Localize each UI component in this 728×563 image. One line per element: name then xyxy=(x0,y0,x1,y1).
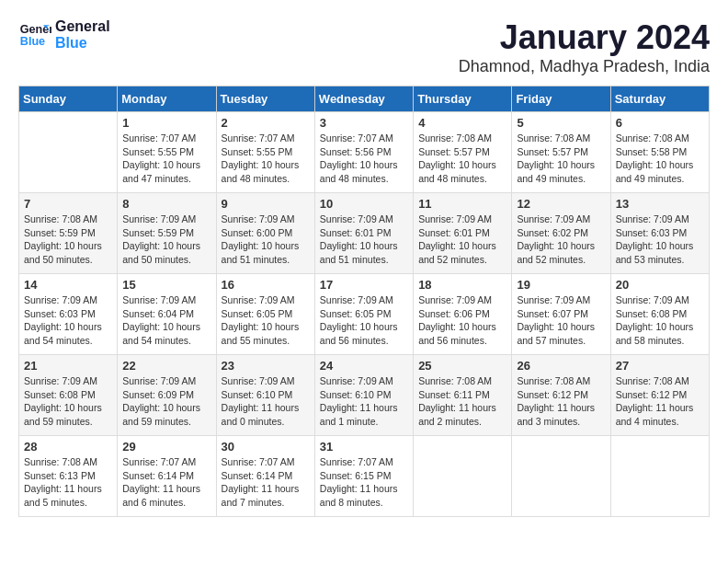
calendar-row: 14Sunrise: 7:09 AM Sunset: 6:03 PM Dayli… xyxy=(19,274,710,355)
calendar-cell: 4Sunrise: 7:08 AM Sunset: 5:57 PM Daylig… xyxy=(414,112,512,193)
cell-info: Sunrise: 7:07 AM Sunset: 6:14 PM Dayligh… xyxy=(222,455,310,510)
calendar-table: SundayMondayTuesdayWednesdayThursdayFrid… xyxy=(18,86,710,517)
cell-info: Sunrise: 7:09 AM Sunset: 6:03 PM Dayligh… xyxy=(616,213,704,267)
cell-info: Sunrise: 7:09 AM Sunset: 6:00 PM Dayligh… xyxy=(222,213,310,267)
day-number: 14 xyxy=(24,278,112,292)
calendar-cell: 30Sunrise: 7:07 AM Sunset: 6:14 PM Dayli… xyxy=(216,436,314,517)
day-number: 7 xyxy=(24,197,112,211)
day-number: 8 xyxy=(122,197,210,211)
header-day: Saturday xyxy=(610,86,709,112)
calendar-cell: 17Sunrise: 7:09 AM Sunset: 6:05 PM Dayli… xyxy=(314,274,413,355)
calendar-cell: 29Sunrise: 7:07 AM Sunset: 6:14 PM Dayli… xyxy=(118,436,216,517)
day-number: 29 xyxy=(122,440,210,454)
day-number: 27 xyxy=(616,359,704,373)
day-number: 30 xyxy=(222,440,310,454)
day-number: 17 xyxy=(320,278,408,292)
calendar-cell: 18Sunrise: 7:09 AM Sunset: 6:06 PM Dayli… xyxy=(414,274,512,355)
calendar-cell: 27Sunrise: 7:08 AM Sunset: 6:12 PM Dayli… xyxy=(610,355,709,436)
cell-info: Sunrise: 7:08 AM Sunset: 5:58 PM Dayligh… xyxy=(616,132,704,186)
header-day: Sunday xyxy=(19,86,118,112)
calendar-row: 1Sunrise: 7:07 AM Sunset: 5:55 PM Daylig… xyxy=(19,112,710,193)
cell-info: Sunrise: 7:09 AM Sunset: 6:07 PM Dayligh… xyxy=(517,293,605,348)
cell-info: Sunrise: 7:09 AM Sunset: 6:05 PM Dayligh… xyxy=(320,293,408,348)
cell-info: Sunrise: 7:08 AM Sunset: 6:13 PM Dayligh… xyxy=(24,455,112,510)
cell-info: Sunrise: 7:09 AM Sunset: 6:05 PM Dayligh… xyxy=(222,293,310,348)
calendar-cell: 11Sunrise: 7:09 AM Sunset: 6:01 PM Dayli… xyxy=(414,193,512,274)
cell-info: Sunrise: 7:09 AM Sunset: 6:10 PM Dayligh… xyxy=(222,374,310,429)
day-number: 31 xyxy=(320,440,408,454)
day-number: 16 xyxy=(222,278,310,292)
calendar-cell: 19Sunrise: 7:09 AM Sunset: 6:07 PM Dayli… xyxy=(512,274,610,355)
calendar-cell: 12Sunrise: 7:09 AM Sunset: 6:02 PM Dayli… xyxy=(512,193,610,274)
logo-icon: General Blue xyxy=(18,18,51,52)
day-number: 4 xyxy=(418,116,506,130)
day-number: 20 xyxy=(616,278,704,292)
calendar-cell: 1Sunrise: 7:07 AM Sunset: 5:55 PM Daylig… xyxy=(118,112,216,193)
day-number: 15 xyxy=(122,278,210,292)
day-number: 11 xyxy=(418,197,506,211)
calendar-cell xyxy=(19,112,118,193)
calendar-cell: 25Sunrise: 7:08 AM Sunset: 6:11 PM Dayli… xyxy=(414,355,512,436)
day-number: 26 xyxy=(517,359,605,373)
logo: General Blue General Blue xyxy=(18,18,110,52)
cell-info: Sunrise: 7:09 AM Sunset: 6:03 PM Dayligh… xyxy=(24,293,112,348)
calendar-cell: 31Sunrise: 7:07 AM Sunset: 6:15 PM Dayli… xyxy=(314,436,413,517)
cell-info: Sunrise: 7:09 AM Sunset: 6:01 PM Dayligh… xyxy=(418,213,506,267)
day-number: 5 xyxy=(517,116,605,130)
cell-info: Sunrise: 7:09 AM Sunset: 6:01 PM Dayligh… xyxy=(320,213,408,267)
header-day: Thursday xyxy=(414,86,512,112)
header: General Blue General Blue January 2024 D… xyxy=(18,18,710,76)
logo-line1: General xyxy=(55,18,110,35)
header-day: Monday xyxy=(118,86,216,112)
calendar-cell: 28Sunrise: 7:08 AM Sunset: 6:13 PM Dayli… xyxy=(19,436,118,517)
cell-info: Sunrise: 7:09 AM Sunset: 6:08 PM Dayligh… xyxy=(616,293,704,348)
calendar-cell: 23Sunrise: 7:09 AM Sunset: 6:10 PM Dayli… xyxy=(216,355,314,436)
cell-info: Sunrise: 7:08 AM Sunset: 5:57 PM Dayligh… xyxy=(418,132,506,186)
day-number: 28 xyxy=(24,440,112,454)
cell-info: Sunrise: 7:07 AM Sunset: 6:14 PM Dayligh… xyxy=(122,455,210,510)
cell-info: Sunrise: 7:07 AM Sunset: 6:15 PM Dayligh… xyxy=(320,455,408,510)
cell-info: Sunrise: 7:09 AM Sunset: 6:08 PM Dayligh… xyxy=(24,374,112,429)
cell-info: Sunrise: 7:08 AM Sunset: 5:57 PM Dayligh… xyxy=(517,132,605,186)
svg-text:Blue: Blue xyxy=(20,35,45,48)
calendar-cell: 2Sunrise: 7:07 AM Sunset: 5:55 PM Daylig… xyxy=(216,112,314,193)
header-day: Wednesday xyxy=(314,86,413,112)
calendar-cell: 7Sunrise: 7:08 AM Sunset: 5:59 PM Daylig… xyxy=(19,193,118,274)
cell-info: Sunrise: 7:08 AM Sunset: 6:12 PM Dayligh… xyxy=(616,374,704,429)
day-number: 25 xyxy=(418,359,506,373)
day-number: 12 xyxy=(517,197,605,211)
day-number: 21 xyxy=(24,359,112,373)
cell-info: Sunrise: 7:08 AM Sunset: 6:11 PM Dayligh… xyxy=(418,374,506,429)
logo-line2: Blue xyxy=(55,35,110,52)
cell-info: Sunrise: 7:09 AM Sunset: 6:06 PM Dayligh… xyxy=(418,293,506,348)
cell-info: Sunrise: 7:07 AM Sunset: 5:55 PM Dayligh… xyxy=(222,132,310,186)
cell-info: Sunrise: 7:09 AM Sunset: 6:04 PM Dayligh… xyxy=(122,293,210,348)
day-number: 10 xyxy=(320,197,408,211)
calendar-cell: 14Sunrise: 7:09 AM Sunset: 6:03 PM Dayli… xyxy=(19,274,118,355)
calendar-cell: 20Sunrise: 7:09 AM Sunset: 6:08 PM Dayli… xyxy=(610,274,709,355)
calendar-cell: 10Sunrise: 7:09 AM Sunset: 6:01 PM Dayli… xyxy=(314,193,413,274)
calendar-subtitle: Dhamnod, Madhya Pradesh, India xyxy=(459,57,710,76)
calendar-cell: 22Sunrise: 7:09 AM Sunset: 6:09 PM Dayli… xyxy=(118,355,216,436)
calendar-cell: 15Sunrise: 7:09 AM Sunset: 6:04 PM Dayli… xyxy=(118,274,216,355)
cell-info: Sunrise: 7:09 AM Sunset: 6:02 PM Dayligh… xyxy=(517,213,605,267)
cell-info: Sunrise: 7:07 AM Sunset: 5:55 PM Dayligh… xyxy=(122,132,210,186)
calendar-cell xyxy=(512,436,610,517)
calendar-row: 28Sunrise: 7:08 AM Sunset: 6:13 PM Dayli… xyxy=(19,436,710,517)
calendar-cell xyxy=(610,436,709,517)
day-number: 2 xyxy=(222,116,310,130)
day-number: 13 xyxy=(616,197,704,211)
calendar-cell: 13Sunrise: 7:09 AM Sunset: 6:03 PM Dayli… xyxy=(610,193,709,274)
cell-info: Sunrise: 7:08 AM Sunset: 6:12 PM Dayligh… xyxy=(517,374,605,429)
header-day: Tuesday xyxy=(216,86,314,112)
cell-info: Sunrise: 7:08 AM Sunset: 5:59 PM Dayligh… xyxy=(24,213,112,267)
day-number: 19 xyxy=(517,278,605,292)
calendar-cell: 8Sunrise: 7:09 AM Sunset: 5:59 PM Daylig… xyxy=(118,193,216,274)
header-day: Friday xyxy=(512,86,610,112)
cell-info: Sunrise: 7:07 AM Sunset: 5:56 PM Dayligh… xyxy=(320,132,408,186)
calendar-cell: 9Sunrise: 7:09 AM Sunset: 6:00 PM Daylig… xyxy=(216,193,314,274)
day-number: 3 xyxy=(320,116,408,130)
calendar-row: 21Sunrise: 7:09 AM Sunset: 6:08 PM Dayli… xyxy=(19,355,710,436)
day-number: 1 xyxy=(122,116,210,130)
calendar-cell: 26Sunrise: 7:08 AM Sunset: 6:12 PM Dayli… xyxy=(512,355,610,436)
